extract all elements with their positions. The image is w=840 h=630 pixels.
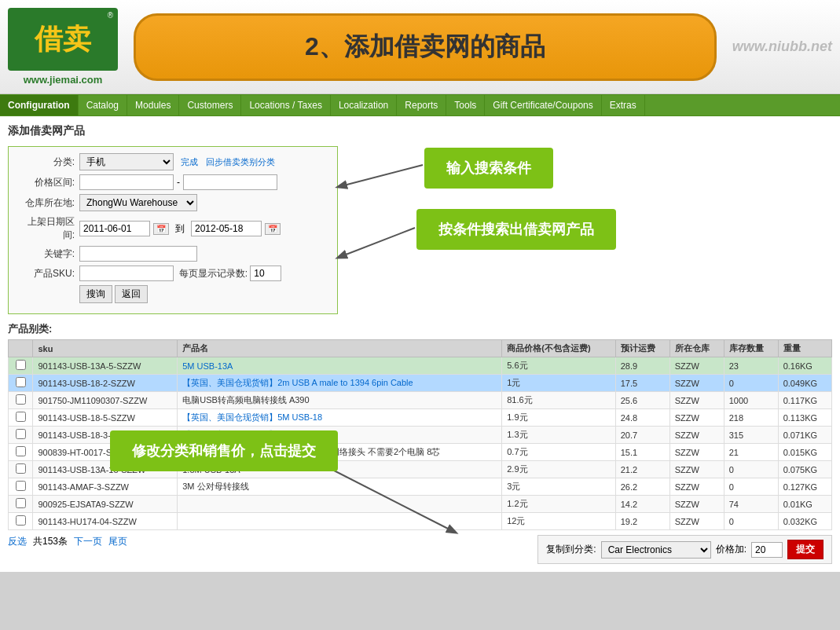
weight-cell: 0.032KG <box>778 513 831 530</box>
weight-cell: 0.049KG <box>778 375 831 392</box>
row-checkbox[interactable] <box>16 481 26 491</box>
nav-item-customers[interactable]: Customers <box>179 95 241 115</box>
keyword-input[interactable] <box>79 246 197 262</box>
shipping-cell: 19.2 <box>615 513 669 530</box>
sku-input[interactable] <box>79 266 174 281</box>
row-checkbox[interactable] <box>16 377 26 387</box>
row-checkbox[interactable] <box>16 446 26 456</box>
keyword-label: 关键字: <box>17 247 79 261</box>
nav-item-modules[interactable]: Modules <box>127 95 179 115</box>
footer-left: 反选 共153条 下一页 尾页 <box>8 535 127 548</box>
nav-item-catalog[interactable]: Catalog <box>79 95 127 115</box>
nav-item-localization[interactable]: Localization <box>331 95 397 115</box>
price-cell: 1.3元 <box>502 427 615 444</box>
price-from-input[interactable] <box>79 174 174 190</box>
table-row: 901143-USB-18-2-SZZW【英国、美国仓现货销】2m USB A … <box>9 375 832 392</box>
submit-button[interactable]: 提交 <box>787 540 823 559</box>
form-row-date: 上架日期区间: 📅 到 📅 <box>17 215 329 242</box>
form-row-keyword: 关键字: <box>17 246 329 262</box>
table-row: 901750-JM11090307-SZZW电脑USB转高频电脑转接线 A390… <box>9 392 832 409</box>
per-page-input[interactable] <box>250 266 281 281</box>
price-cell: 1元 <box>502 375 615 392</box>
col-weight: 重量 <box>778 340 831 357</box>
product-name-link[interactable]: 【英国、美国仓现货销】2m USB A male to 1394 6pin Ca… <box>182 378 413 387</box>
warehouse-cell: SZZW <box>669 427 724 444</box>
row-checkbox[interactable] <box>16 515 26 526</box>
nav-item-tools[interactable]: Tools <box>446 95 485 115</box>
row-checkbox[interactable] <box>16 360 26 370</box>
nav-item-configuration[interactable]: Configuration <box>0 95 79 115</box>
warehouse-select[interactable]: ZhongWu Warehouse <box>79 194 197 211</box>
cal-icon-from[interactable]: 📅 <box>153 223 169 235</box>
name-cell: 【英国、美国仓现货销】5M USB-18 <box>178 409 502 427</box>
weight-cell: 0.075KG <box>778 461 831 478</box>
stock-cell: 315 <box>724 427 778 444</box>
stock-cell: 1000 <box>724 392 778 409</box>
row-checkbox[interactable] <box>16 498 26 508</box>
weight-cell: 0.01KG <box>778 496 831 513</box>
weight-cell: 0.015KG <box>778 444 831 461</box>
nav-item-locations-taxes[interactable]: Locations / Taxes <box>241 95 331 115</box>
bottom-bar: 复制到分类: Car Electronics 价格加: 提交 <box>537 535 832 564</box>
warehouse-cell: SZZW <box>669 409 724 427</box>
category-select[interactable]: 手机 <box>79 153 174 170</box>
row-checkbox[interactable] <box>16 394 26 405</box>
banner-inner: 2、添加借卖网的商品 <box>134 13 717 81</box>
shipping-cell: 17.5 <box>615 375 669 392</box>
products-label: 产品别类: <box>8 322 832 336</box>
logo-text: 借卖 <box>35 25 91 53</box>
sku-cell: 901750-JM11090307-SZZW <box>33 392 178 409</box>
select-all-link[interactable]: 反选 <box>8 535 27 548</box>
form-row-price: 价格区间: - <box>17 174 329 190</box>
weight-cell: 0.127KG <box>778 478 831 496</box>
table-row: 901143-AMAF-3-SZZW3M 公对母转接线3元26.2SZZW00.… <box>9 478 832 496</box>
registered-mark: ® <box>108 11 113 20</box>
reset-button[interactable]: 返回 <box>115 285 148 303</box>
col-stock: 库存数量 <box>724 340 778 357</box>
date-to-input[interactable] <box>191 221 262 236</box>
cal-icon-to[interactable]: 📅 <box>265 223 281 235</box>
annotation-search-condition: 输入搜索条件 <box>424 148 553 189</box>
row-checkbox[interactable] <box>16 412 26 422</box>
sku-cell: 900925-EJSATA9-SZZW <box>33 496 178 513</box>
price-range-label: 价格区间: <box>17 176 79 189</box>
svg-line-1 <box>338 228 415 258</box>
date-from-input[interactable] <box>79 221 150 236</box>
shipping-cell: 26.2 <box>615 478 669 496</box>
logo-url: www.jiemai.com <box>24 74 103 86</box>
table-row: 901143-USB-18-5-SZZW【英国、美国仓现货销】5M USB-18… <box>9 409 832 427</box>
stock-cell: 0 <box>724 461 778 478</box>
last-page-link[interactable]: 尾页 <box>108 535 127 548</box>
weight-cell: 0.16KG <box>778 357 831 375</box>
stock-cell: 0 <box>724 513 778 530</box>
table-row: 901143-USB-13A-5-SZZW5M USB-13A5.6元28.9S… <box>9 357 832 375</box>
row-checkbox-cell <box>9 444 33 461</box>
banner-text: 2、添加借卖网的商品 <box>305 32 545 60</box>
complete-link[interactable]: 完成 <box>181 156 198 168</box>
product-name-link[interactable]: 5M USB-13A <box>182 361 233 371</box>
copy-category-select[interactable]: Car Electronics <box>601 541 711 559</box>
nav-item-reports[interactable]: Reports <box>397 95 446 115</box>
nav-item-extras[interactable]: Extras <box>602 95 645 115</box>
price-add-input[interactable] <box>751 542 783 558</box>
shipping-cell: 14.2 <box>615 496 669 513</box>
goto-category-link[interactable]: 回步借卖类别分类 <box>206 156 275 168</box>
shipping-cell: 28.9 <box>615 357 669 375</box>
price-cell: 1.2元 <box>502 496 615 513</box>
col-checkbox <box>9 340 33 357</box>
search-button[interactable]: 搜询 <box>79 285 112 303</box>
row-checkbox[interactable] <box>16 429 26 439</box>
warehouse-cell: SZZW <box>669 478 724 496</box>
product-name-link[interactable]: 【英国、美国仓现货销】5M USB-18 <box>182 412 322 422</box>
name-cell <box>178 513 502 530</box>
price-to-input[interactable] <box>183 174 277 190</box>
stock-cell: 0 <box>724 478 778 496</box>
main-content: 添加借卖网产品 分类: 手机 完成 回步借卖类别分类 价格区间: - 仓库所在地… <box>0 116 840 572</box>
price-cell: 2.9元 <box>502 461 615 478</box>
col-warehouse: 所在仓库 <box>669 340 724 357</box>
row-checkbox[interactable] <box>16 463 26 474</box>
nav-item-gift-certificates[interactable]: Gift Certificate/Coupons <box>485 95 601 115</box>
warehouse-cell: SZZW <box>669 357 724 375</box>
next-page-link[interactable]: 下一页 <box>74 535 102 548</box>
weight-cell: 0.117KG <box>778 392 831 409</box>
